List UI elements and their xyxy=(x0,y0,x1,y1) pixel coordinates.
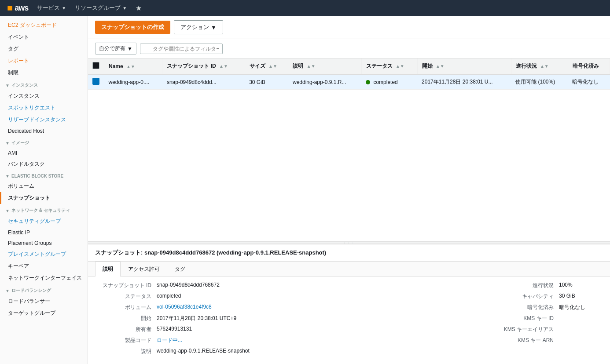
section-collapse-icon: ▼ xyxy=(5,208,10,213)
col-encrypted[interactable]: 暗号化済み xyxy=(568,58,610,74)
sidebar-item-network-interfaces[interactable]: ネットワークインターフェイス xyxy=(0,272,88,284)
col-status[interactable]: ステータス ▲▼ xyxy=(361,58,417,74)
start-label: 開始 xyxy=(95,315,157,322)
sidebar-item-security-groups[interactable]: セキュリティグループ xyxy=(0,215,88,227)
filter-bar: 自分で所有 ▼ 🔍 xyxy=(88,39,610,58)
row-start: 2017年11月28日 20:38:01 U... xyxy=(417,74,511,90)
status-value: completed xyxy=(157,293,181,300)
detail-kms-key-alias-row: KMS キーエイリアス xyxy=(355,326,603,333)
detail-progress-row: 進行状況 100% xyxy=(355,282,603,289)
owner-filter-select[interactable]: 自分で所有 ▼ xyxy=(95,43,136,55)
encrypted-right-label: 暗号化済み xyxy=(527,304,559,311)
name-sort-icon: ▲▼ xyxy=(126,64,135,69)
table-header-checkbox[interactable] xyxy=(88,58,104,74)
kms-key-alias-value xyxy=(559,326,603,333)
kms-key-alias-label: KMS キーエイリアス xyxy=(504,326,559,333)
sidebar-item-bundle-tasks[interactable]: バンドルタスク xyxy=(0,158,88,170)
sidebar-item-target-groups[interactable]: ターゲットグループ xyxy=(0,307,88,319)
col-description[interactable]: 説明 ▲▼ xyxy=(288,58,361,74)
progress-label: 進行状況 xyxy=(533,282,559,289)
product-code-value[interactable]: ロード中... xyxy=(157,337,182,344)
col-size[interactable]: サイズ ▲▼ xyxy=(245,58,288,74)
tab-description[interactable]: 説明 xyxy=(95,262,121,277)
row-snapshot-id: snap-0949d8c4ddd... xyxy=(162,74,245,90)
volume-value[interactable]: vol-05096af38c1e4f9c8 xyxy=(157,304,212,311)
kms-key-id-value xyxy=(559,315,603,322)
table-header-row: Name ▲▼ スナップショット ID ▲▼ サイズ ▲▼ 説明 ▲▼ ステータ… xyxy=(88,58,610,74)
sidebar-item-limits[interactable]: 制限 xyxy=(0,67,88,79)
sidebar-item-placement-groups[interactable]: Placement Groups xyxy=(0,238,88,248)
tab-access[interactable]: アクセス許可 xyxy=(121,262,167,277)
toolbar: スナップショットの作成 アクション ▼ xyxy=(88,16,610,39)
status-sort-icon: ▲▼ xyxy=(396,64,404,69)
progress-sort-icon: ▲▼ xyxy=(540,64,549,69)
detail-title: スナップショット: snap-0949d8c4ddd768672 (weddin… xyxy=(88,244,610,262)
sidebar-item-elastic-ip[interactable]: Elastic IP xyxy=(0,227,88,238)
nav-services[interactable]: サービス ▼ xyxy=(37,4,66,12)
sidebar-section-images: ▼ イメージ xyxy=(0,136,88,148)
start-sort-icon: ▲▼ xyxy=(436,64,445,69)
start-value: 2017年11月28日 20:38:01 UTC+9 xyxy=(157,315,236,322)
desc-sort-icon: ▲▼ xyxy=(307,64,316,69)
sidebar-item-snapshots[interactable]: スナップショット xyxy=(0,192,88,204)
sidebar-item-volumes[interactable]: ボリューム xyxy=(0,180,88,192)
tab-tags[interactable]: タグ xyxy=(167,262,193,277)
aws-logo[interactable]: ■ aws xyxy=(7,3,28,13)
search-input[interactable] xyxy=(140,44,223,54)
detail-status-row: ステータス completed xyxy=(95,293,344,300)
sidebar-item-reserved-instances[interactable]: リザーブドインスタンス xyxy=(0,114,88,126)
status-dot-icon xyxy=(366,80,370,84)
capacity-value: 30 GiB xyxy=(559,293,603,300)
col-snapshot-id[interactable]: スナップショット ID ▲▼ xyxy=(162,58,245,74)
sidebar-item-placement-groups-jp[interactable]: プレイスメントグループ xyxy=(0,248,88,260)
create-snapshot-button[interactable]: スナップショットの作成 xyxy=(95,21,170,34)
table-row[interactable]: wedding-app-0.... snap-0949d8c4ddd... 30… xyxy=(88,74,610,90)
sidebar-item-events[interactable]: イベント xyxy=(0,31,88,43)
filter-chevron-icon: ▼ xyxy=(127,46,132,52)
product-code-label: 製品コード xyxy=(95,337,157,344)
section-collapse-icon: ▼ xyxy=(5,288,10,293)
detail-left-col: スナップショット ID snap-0949d8c4ddd768672 ステータス… xyxy=(95,282,344,359)
row-size: 30 GiB xyxy=(245,74,288,90)
col-start[interactable]: 開始 ▲▼ xyxy=(417,58,511,74)
aws-logo-icon: ■ xyxy=(7,3,13,13)
actions-button[interactable]: アクション ▼ xyxy=(174,20,223,34)
owner-value: 576249913131 xyxy=(157,326,192,333)
sidebar-item-ami[interactable]: AMI xyxy=(0,148,88,158)
volume-label: ボリューム xyxy=(95,304,157,311)
section-collapse-icon: ▼ xyxy=(5,174,10,178)
sidebar-item-spot-requests[interactable]: スポットリクエスト xyxy=(0,102,88,114)
detail-start-row: 開始 2017年11月28日 20:38:01 UTC+9 xyxy=(95,315,344,322)
encrypted-right-value: 暗号化なし xyxy=(559,304,603,311)
snapshot-id-sort-icon: ▲▼ xyxy=(219,64,228,69)
sidebar-section-network: ▼ ネットワーク & セキュリティ xyxy=(0,204,88,215)
snapshots-table: Name ▲▼ スナップショット ID ▲▼ サイズ ▲▼ 説明 ▲▼ ステータ… xyxy=(88,58,610,90)
snapshot-id-value: snap-0949d8c4ddd768672 xyxy=(157,282,220,289)
sidebar-item-reports[interactable]: レポート xyxy=(0,55,88,67)
main-content: スナップショットの作成 アクション ▼ 自分で所有 ▼ 🔍 xyxy=(88,16,610,364)
sidebar-item-key-pairs[interactable]: キーペア xyxy=(0,260,88,272)
nav-resource-groups[interactable]: リソースグループ ▼ xyxy=(75,4,127,12)
section-collapse-icon: ▼ xyxy=(5,141,10,146)
kms-key-arn-value xyxy=(559,337,603,344)
row-status: completed xyxy=(361,74,417,90)
sidebar-section-ebs: ▼ ELASTIC BLOCK STORE xyxy=(0,170,88,180)
kms-key-arn-label: KMS キー ARN xyxy=(518,337,559,344)
sidebar-item-instances[interactable]: インスタンス xyxy=(0,90,88,102)
detail-right-col: 進行状況 100% キャパシティ 30 GiB 暗号化済み 暗号化なし xyxy=(344,282,603,359)
search-wrapper: 🔍 xyxy=(140,44,603,54)
sidebar-item-load-balancers[interactable]: ロードバランサー xyxy=(0,295,88,307)
sidebar-item-ec2-dashboard[interactable]: EC2 ダッシュボード xyxy=(0,19,88,31)
detail-description-row: 説明 wedding-app-0.9.1.RELEASE-snapshot xyxy=(95,348,344,355)
sidebar-item-tags[interactable]: タグ xyxy=(0,43,88,55)
detail-snapshot-id-row: スナップショット ID snap-0949d8c4ddd768672 xyxy=(95,282,344,289)
nav-favorites-icon[interactable]: ★ xyxy=(136,4,142,12)
row-name: wedding-app-0.... xyxy=(104,74,162,90)
row-checkbox-cell[interactable] xyxy=(88,74,104,90)
row-checkbox[interactable] xyxy=(92,78,99,85)
col-progress[interactable]: 進行状況 ▲▼ xyxy=(511,58,568,74)
col-name[interactable]: Name ▲▼ xyxy=(104,58,162,74)
snapshot-id-label: スナップショット ID xyxy=(95,282,157,289)
select-all-checkbox[interactable] xyxy=(92,62,99,69)
sidebar-item-dedicated-host[interactable]: Dedicated Host xyxy=(0,126,88,136)
